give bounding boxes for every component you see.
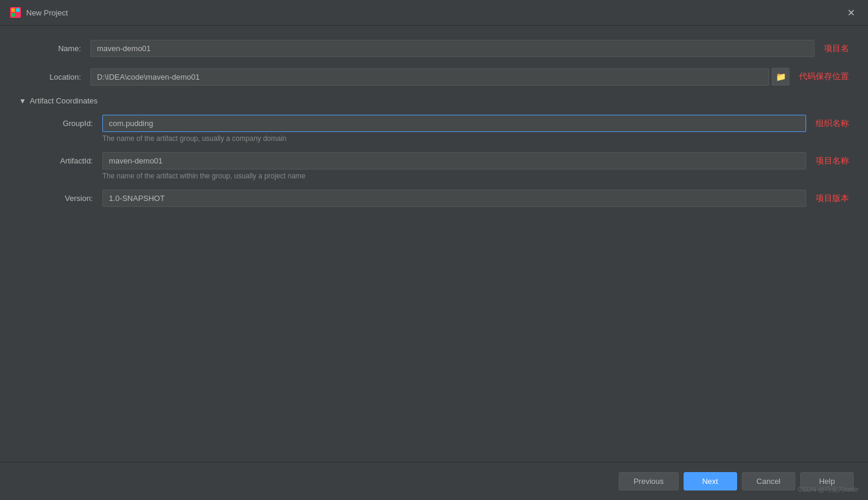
- artifactid-input-wrapper: 项目名称: [102, 152, 849, 169]
- artifact-section-header: ▼ Artifact Coordinates: [19, 96, 849, 105]
- name-annotation: 项目名: [824, 43, 849, 54]
- groupid-input-wrapper: 组织名称: [102, 115, 849, 132]
- artifactid-input[interactable]: [102, 152, 806, 169]
- artifact-section: GroupId: 组织名称 The name of the artifact g…: [19, 115, 849, 207]
- section-toggle[interactable]: ▼: [19, 97, 26, 105]
- dialog-title: New Project: [26, 8, 843, 17]
- watermark: CSDN @巧克刀code: [798, 485, 858, 494]
- artifactid-hint: The name of the artifact within the grou…: [102, 172, 849, 180]
- svg-rect-2: [16, 8, 20, 12]
- version-row: Version: 项目版本: [19, 190, 849, 207]
- location-annotation: 代码保存位置: [799, 71, 849, 82]
- version-input-wrapper: 项目版本: [102, 190, 849, 207]
- title-bar: New Project ✕: [0, 0, 868, 26]
- artifactid-annotation: 项目名称: [816, 156, 849, 166]
- version-annotation: 项目版本: [816, 193, 849, 204]
- artifactid-block: 项目名称 The name of the artifact within the…: [102, 152, 849, 187]
- footer: Previous Next Cancel Help: [0, 462, 868, 500]
- location-row: Location: 📁 代码保存位置: [19, 68, 849, 86]
- section-title: Artifact Coordinates: [30, 96, 98, 105]
- version-input[interactable]: [102, 190, 806, 207]
- svg-rect-4: [16, 13, 20, 17]
- next-button[interactable]: Next: [684, 472, 737, 490]
- location-label: Location:: [19, 73, 90, 81]
- location-input[interactable]: [90, 68, 769, 86]
- name-label: Name:: [19, 44, 90, 53]
- browse-button[interactable]: 📁: [772, 68, 789, 86]
- close-button[interactable]: ✕: [843, 5, 858, 20]
- cancel-button[interactable]: Cancel: [742, 472, 795, 490]
- version-block: 项目版本: [102, 190, 849, 207]
- artifactid-label: ArtifactId:: [19, 152, 102, 165]
- folder-icon: 📁: [776, 72, 786, 81]
- new-project-dialog: New Project ✕ Name: 项目名 Location: 📁 代: [0, 0, 868, 500]
- groupid-hint: The name of the artifact group, usually …: [102, 134, 849, 143]
- artifactid-row: ArtifactId: 项目名称 The name of the artifac…: [19, 152, 849, 187]
- app-icon: [10, 7, 21, 18]
- groupid-block: 组织名称 The name of the artifact group, usu…: [102, 115, 849, 150]
- svg-rect-3: [11, 13, 15, 17]
- version-label: Version:: [19, 190, 102, 203]
- svg-rect-1: [11, 8, 15, 12]
- groupid-input[interactable]: [102, 115, 806, 132]
- groupid-annotation: 组织名称: [816, 118, 849, 129]
- dialog-content: Name: 项目名 Location: 📁 代码保存位置 ▼ Ar: [0, 26, 868, 462]
- groupid-row: GroupId: 组织名称 The name of the artifact g…: [19, 115, 849, 150]
- groupid-label: GroupId:: [19, 115, 102, 128]
- name-row: Name: 项目名: [19, 40, 849, 57]
- name-input[interactable]: [90, 40, 814, 57]
- previous-button[interactable]: Previous: [619, 472, 679, 490]
